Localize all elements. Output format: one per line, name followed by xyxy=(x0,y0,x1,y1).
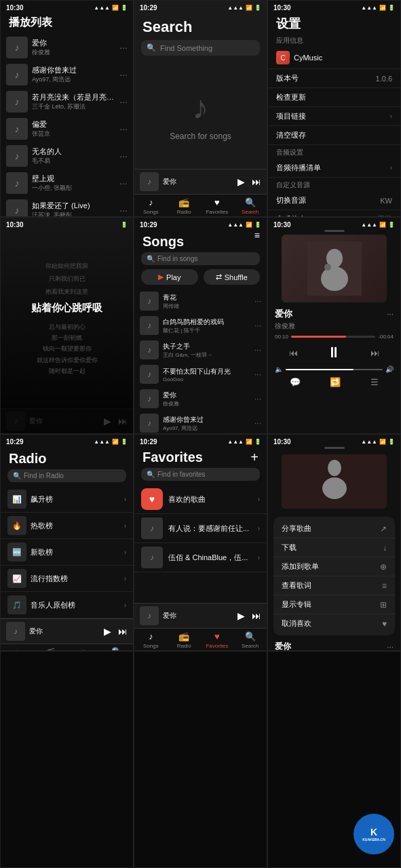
next-icon[interactable]: ⏭ xyxy=(252,176,261,187)
prev-btn[interactable]: ⏮ xyxy=(289,348,298,358)
next-btn[interactable]: ⏭ xyxy=(370,348,379,358)
status-bar-9: 10:30 ▲▲▲ 📶 🔋 xyxy=(268,435,400,447)
pause-btn[interactable]: ⏸ xyxy=(326,344,341,361)
song-artist: 汪苏泷, 毛晓彤 xyxy=(32,211,115,217)
tab-radio-fav[interactable]: 📻 Radio xyxy=(168,631,201,649)
context-menu-item-lyrics[interactable]: 查看歌词 ≡ xyxy=(273,576,395,595)
settings-item-cache[interactable]: 清空缓存 xyxy=(268,126,400,145)
tab-favorites[interactable]: ♥ Favorites xyxy=(201,197,234,215)
song-name: 青花 xyxy=(163,293,250,302)
settings-item-update[interactable]: 检查更新 xyxy=(268,88,400,107)
lyrics-line: 随时都是一起 xyxy=(37,366,98,376)
list-item[interactable]: 📊 飙升榜 › xyxy=(1,486,133,513)
search-icon: 🔍 xyxy=(147,43,156,52)
more-icon[interactable]: ··· xyxy=(119,205,128,216)
context-menu-item-download[interactable]: 下载 ↓ xyxy=(273,538,395,557)
settings-item-music-state[interactable]: 音乐状态 开关 xyxy=(268,210,400,217)
list-item[interactable]: ♪ 爱你 徐俊雅 ··· xyxy=(1,34,133,61)
tab-fav-active[interactable]: ♥ Favorites xyxy=(201,631,234,649)
status-bar-7: 10:29 ▲▲▲ 📶 🔋 xyxy=(1,435,133,447)
more-icon[interactable]: ··· xyxy=(254,418,261,428)
more-icon[interactable]: ··· xyxy=(254,296,261,306)
tab-search-fav[interactable]: 🔍 Search xyxy=(233,631,267,649)
settings-item-link[interactable]: 项目链接 › xyxy=(268,107,400,126)
list-item[interactable]: 📈 流行指数榜 › xyxy=(1,566,133,592)
radio-search-input[interactable]: 🔍 Find in Radio xyxy=(7,469,126,482)
list-item[interactable]: ♪ 执子之手 王白 G&m, 一枝羽→ ··· xyxy=(134,338,267,362)
next-icon-fav[interactable]: ⏭ xyxy=(252,610,261,621)
add-button[interactable]: + xyxy=(250,450,259,465)
song-name: 偏爱 xyxy=(32,119,115,130)
settings-item-switch-source[interactable]: 切换音源 KW xyxy=(268,191,400,210)
fav-mini-title: 爱你 xyxy=(163,611,233,620)
next-icon-radio[interactable]: ⏭ xyxy=(118,626,128,637)
songs-search-placeholder[interactable]: Find in songs xyxy=(157,255,197,262)
more-icon[interactable]: ··· xyxy=(119,96,128,107)
progress-bar[interactable] xyxy=(291,336,375,338)
context-menu-item-add[interactable]: 添加到歌单 ⊕ xyxy=(273,557,395,576)
list-item[interactable]: ♪ 不要怕太阳下山有月光 GooGoo ··· xyxy=(134,362,267,387)
more-icon[interactable]: ··· xyxy=(119,178,128,189)
favorites-header: Favorites + xyxy=(134,447,267,468)
list-item[interactable]: ♪ 感谢你曾来过 Ayo97, 周浩远 ··· xyxy=(1,61,133,88)
list-item[interactable]: 🆕 新歌榜 › xyxy=(1,539,133,566)
list-item[interactable]: ♪ 如果爱还了 (Live) 汪苏泷, 毛晓彤 ··· xyxy=(1,197,133,217)
search-input[interactable]: Find Something xyxy=(160,44,212,52)
volume-bar[interactable] xyxy=(286,369,383,370)
songs-search-input[interactable]: 🔍 Find in songs xyxy=(141,252,260,265)
list-item[interactable]: ♪ 白鸽鸟鹊相爱的戏码 额仁花 | 陈千千 ··· xyxy=(134,313,267,338)
hamburger-icon[interactable]: ≡ xyxy=(254,230,260,241)
list-item[interactable]: ♪ 有人说：要感谢前任让... › xyxy=(134,514,267,543)
play-button[interactable]: ▶ Play xyxy=(141,269,198,285)
tab-radio[interactable]: 📻 Radio xyxy=(168,197,201,215)
list-item[interactable]: ♪ 偏爱 张芸京 ··· xyxy=(1,115,133,142)
list-item[interactable]: ♪ 青花 周传雄 ··· xyxy=(134,289,267,313)
list-item[interactable]: ♪ 无名的人 毛不易 ··· xyxy=(1,142,133,170)
list-icon[interactable]: ☰ xyxy=(370,377,379,387)
radio-icon: 🎵 xyxy=(7,595,26,614)
more-icon[interactable]: ··· xyxy=(254,321,261,330)
more-icon[interactable]: ··· xyxy=(254,345,261,355)
more-icon[interactable]: ··· xyxy=(119,123,128,134)
tab-search[interactable]: 🔍 Search xyxy=(233,197,267,215)
list-item[interactable]: 🎵 音乐人原创榜 › xyxy=(1,592,133,618)
tab-songs[interactable]: ♪ Songs xyxy=(134,197,168,215)
wifi-icon-2: 📶 xyxy=(246,5,252,11)
context-menu-item-unlike[interactable]: 取消喜欢 ♥ xyxy=(273,614,395,633)
tab-bar-radio: ♪ Songs 📻 Radio ♥ Favorites 🔍 Search xyxy=(1,644,133,651)
nowplaying-more-icon[interactable]: ··· xyxy=(387,309,394,319)
shuffle-button[interactable]: ⇄ Shuffle xyxy=(204,269,261,285)
play-icon-fav[interactable]: ▶ xyxy=(237,610,245,621)
radio-placeholder[interactable]: Find in Radio xyxy=(24,472,64,479)
radio-label: 流行指数榜 xyxy=(31,574,120,584)
list-item[interactable]: ♪ 感谢你曾来过 Ayo97, 周浩远 ··· xyxy=(134,411,267,434)
list-item[interactable]: ♪ 壁上观 一小些, 张颖彤 ··· xyxy=(1,170,133,197)
context-more-icon[interactable]: ··· xyxy=(387,642,394,652)
context-menu-item-share[interactable]: 分享歌曲 ↗ xyxy=(273,519,395,538)
fav-search-input[interactable]: 🔍 Find in favorites xyxy=(141,468,260,481)
search-input-wrap[interactable]: 🔍 Find Something xyxy=(141,40,260,56)
settings-item-cymusic[interactable]: C CyMusic xyxy=(268,47,400,69)
settings-item-playlist[interactable]: 音频待播清单 › xyxy=(268,159,400,178)
list-item[interactable]: ♪ 爱你 徐俊雅 ··· xyxy=(134,387,267,411)
radio-icon: 🆕 xyxy=(7,542,26,561)
list-item[interactable]: ♥ 喜欢的歌曲 › xyxy=(134,485,267,514)
comment-icon[interactable]: 💬 xyxy=(290,377,301,387)
more-icon[interactable]: ··· xyxy=(254,394,261,403)
link-label: 项目链接 xyxy=(276,111,306,121)
play-icon[interactable]: ▶ xyxy=(237,176,245,187)
list-item[interactable]: ♪ 伍佰 & ChinaBlue，伍... › xyxy=(134,543,267,572)
fav-placeholder[interactable]: Find in favorites xyxy=(157,471,206,478)
repeat-icon[interactable]: 🔁 xyxy=(330,377,341,387)
play-icon-radio[interactable]: ▶ xyxy=(104,626,111,637)
more-icon[interactable]: ··· xyxy=(119,69,128,80)
progress-wrap[interactable]: 00:10 -00:04 xyxy=(268,332,400,341)
list-item[interactable]: 🔥 热歌榜 › xyxy=(1,513,133,539)
tab-songs-fav[interactable]: ♪ Songs xyxy=(134,631,168,649)
download-icon: ↓ xyxy=(383,543,387,553)
more-icon[interactable]: ··· xyxy=(119,42,128,53)
context-menu-item-album[interactable]: 显示专辑 ⊞ xyxy=(273,595,395,614)
more-icon[interactable]: ··· xyxy=(254,370,261,379)
list-item[interactable]: ♪ 若月亮没来（若是月亮还没来） 三千金 Leto, 苏珊法 ··· xyxy=(1,88,133,115)
more-icon[interactable]: ··· xyxy=(119,151,128,161)
